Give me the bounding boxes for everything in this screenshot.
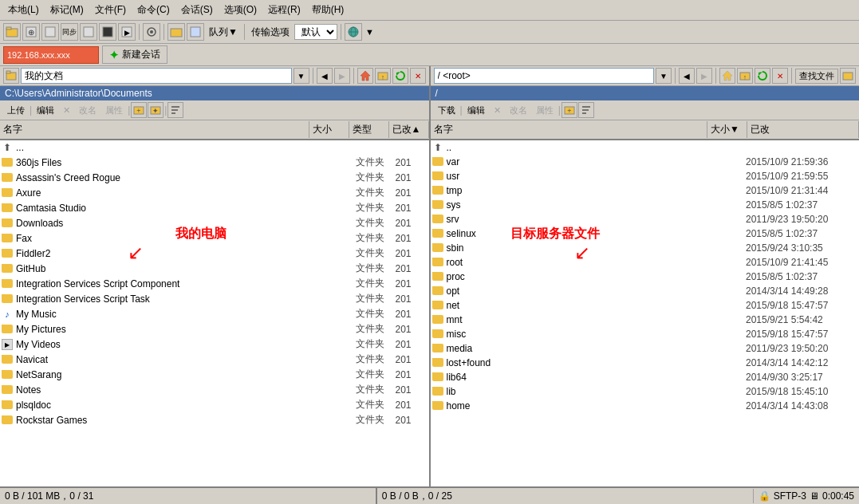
toolbar-btn-8[interactable]	[187, 23, 204, 41]
table-row[interactable]: lib64 2014/9/30 3:25:17	[431, 370, 860, 384]
table-row[interactable]: ⬆ ...	[0, 140, 429, 155]
menu-item-options[interactable]: 选项(O)	[219, 2, 262, 18]
right-col-name[interactable]: 名字	[431, 121, 708, 138]
toolbar-btn-1[interactable]	[3, 23, 21, 41]
right-forward-btn[interactable]: ▶	[696, 68, 712, 84]
table-row[interactable]: ▶ My Videos 文件夹 201	[0, 337, 429, 352]
table-row[interactable]: var 2015/10/9 21:59:36	[431, 155, 860, 169]
table-row[interactable]: home 2014/3/14 14:43:08	[431, 399, 860, 413]
table-row[interactable]: Integration Services Script Component 文件…	[0, 276, 429, 291]
left-col-name[interactable]: 名字	[0, 121, 309, 138]
left-col-type[interactable]: 类型	[349, 121, 389, 138]
menu-item-command[interactable]: 命令(C)	[132, 2, 175, 18]
left-filter-btn[interactable]: ▼	[294, 68, 309, 84]
left-rename-btn[interactable]: 改名	[75, 103, 100, 118]
left-newdir-btn[interactable]: +	[131, 102, 147, 118]
table-row[interactable]: Downloads 文件夹 201	[0, 215, 429, 230]
table-row[interactable]: root 2015/10/9 21:41:45	[431, 255, 860, 270]
table-row[interactable]: usr 2015/10/9 21:59:55	[431, 169, 860, 183]
menu-item-mark[interactable]: 标记(M)	[45, 2, 89, 18]
table-row[interactable]: Fax 文件夹 201	[0, 230, 429, 246]
toolbar-btn-3[interactable]	[41, 23, 59, 41]
right-edit-btn[interactable]: 编辑	[463, 103, 489, 118]
table-row[interactable]: GitHub 文件夹 201	[0, 261, 429, 276]
table-row[interactable]: NetSarang 文件夹 201	[0, 367, 429, 382]
right-newdir-btn[interactable]: +	[562, 102, 577, 118]
menu-item-file[interactable]: 文件(F)	[90, 2, 131, 18]
left-col-date[interactable]: 已改▲	[389, 121, 429, 138]
table-row[interactable]: selinux 2015/8/5 1:02:37	[431, 226, 860, 241]
left-sort-btn[interactable]	[167, 102, 183, 118]
left-refresh-btn[interactable]	[392, 68, 408, 84]
left-newfolder2-btn[interactable]: ✦	[148, 102, 164, 118]
table-row[interactable]: Navicat 文件夹 201	[0, 352, 429, 367]
right-home-btn[interactable]	[719, 68, 735, 84]
toolbar-btn-2[interactable]: ⊕	[22, 23, 40, 41]
toolbar-sync[interactable]: 同步	[61, 23, 78, 41]
left-delete-btn[interactable]: ✕	[59, 104, 74, 117]
left-properties-btn[interactable]: 属性	[101, 103, 127, 118]
toolbar-btn-5[interactable]	[99, 23, 116, 41]
table-row[interactable]: tmp 2015/10/9 21:31:44	[431, 183, 860, 198]
table-row[interactable]: lib 2015/9/18 15:45:10	[431, 384, 860, 399]
toolbar-btn-6[interactable]: ▶	[118, 23, 136, 41]
table-row[interactable]: Assassin's Creed Rogue 文件夹 201	[0, 170, 429, 185]
table-row[interactable]: opt 2014/3/14 14:49:28	[431, 284, 860, 298]
right-find-btn[interactable]: 查找文件	[795, 69, 838, 84]
left-forward-btn[interactable]: ▶	[334, 68, 350, 84]
table-row[interactable]: Fiddler2 文件夹 201	[0, 246, 429, 261]
toolbar-btn-4[interactable]	[80, 23, 97, 41]
table-row[interactable]: srv 2011/9/23 19:50:20	[431, 212, 860, 226]
right-sort-btn[interactable]	[578, 102, 594, 118]
table-row[interactable]: net 2015/9/18 15:47:57	[431, 298, 860, 313]
right-properties-btn[interactable]: 属性	[532, 103, 558, 118]
table-row[interactable]: Rockstar Games 文件夹 201	[0, 412, 429, 427]
table-row[interactable]: mnt 2015/9/21 5:54:42	[431, 313, 860, 327]
right-download-btn[interactable]: 下载	[434, 103, 459, 118]
right-col-size[interactable]: 大小▼	[707, 121, 747, 138]
menu-item-local[interactable]: 本地(L)	[3, 2, 44, 18]
left-back-btn[interactable]: ◀	[317, 68, 333, 84]
menu-item-remote[interactable]: 远程(R)	[263, 2, 305, 18]
right-filter-btn[interactable]: ▼	[656, 68, 672, 84]
left-upload-btn[interactable]: 上传	[3, 103, 29, 118]
left-address-input[interactable]	[21, 68, 292, 84]
toolbar-btn-7[interactable]	[167, 23, 185, 41]
left-home-btn[interactable]	[357, 68, 373, 84]
left-mydocs-btn[interactable]	[3, 68, 19, 84]
table-row[interactable]: media 2011/9/23 19:50:20	[431, 341, 860, 356]
left-cancel-btn[interactable]: ✕	[410, 68, 426, 84]
toolbar-settings[interactable]	[143, 23, 160, 41]
table-row[interactable]: Integration Services Script Task 文件夹 201	[0, 291, 429, 306]
left-up-btn[interactable]: ↑	[375, 68, 391, 84]
transfer-dropdown[interactable]: 默认	[294, 24, 337, 40]
right-rename-btn[interactable]: 改名	[506, 103, 531, 118]
right-delete-btn[interactable]: ✕	[490, 104, 505, 117]
table-row[interactable]: sbin 2015/9/24 3:10:35	[431, 241, 860, 255]
globe-dropdown-arrow[interactable]: ▼	[364, 27, 376, 37]
menu-item-session[interactable]: 会话(S)	[176, 2, 218, 18]
right-col-date[interactable]: 已改	[747, 121, 859, 138]
left-col-size[interactable]: 大小	[309, 121, 349, 138]
table-row[interactable]: ⬆ ..	[431, 140, 860, 155]
table-row[interactable]: ♪ My Music 文件夹 201	[0, 306, 429, 321]
table-row[interactable]: Camtasia Studio 文件夹 201	[0, 200, 429, 215]
right-refresh-btn[interactable]	[755, 68, 770, 84]
right-more-btn[interactable]	[840, 68, 856, 84]
table-row[interactable]: My Pictures 文件夹 201	[0, 321, 429, 337]
left-file-list[interactable]: ⬆ ... 360js Files 文件夹 201 Assassin's Cre…	[0, 140, 429, 486]
toolbar-globe[interactable]	[345, 23, 362, 41]
table-row[interactable]: 360js Files 文件夹 201	[0, 155, 429, 170]
right-address-input[interactable]	[434, 68, 655, 84]
right-back-btn[interactable]: ◀	[679, 68, 695, 84]
left-edit-btn[interactable]: 编辑	[33, 103, 58, 118]
table-row[interactable]: sys 2015/8/5 1:02:37	[431, 198, 860, 212]
table-row[interactable]: proc 2015/8/5 1:02:37	[431, 270, 860, 284]
right-cancel-btn[interactable]: ✕	[772, 68, 788, 84]
menu-item-help[interactable]: 帮助(H)	[307, 2, 349, 18]
table-row[interactable]: plsqldoc 文件夹 201	[0, 397, 429, 412]
right-file-list[interactable]: ⬆ .. var 2015/10/9 21:59:36 usr 2015/10/…	[431, 140, 860, 486]
table-row[interactable]: lost+found 2014/3/14 14:42:12	[431, 356, 860, 370]
table-row[interactable]: misc 2015/9/18 15:47:57	[431, 327, 860, 341]
table-row[interactable]: Axure 文件夹 201	[0, 185, 429, 200]
